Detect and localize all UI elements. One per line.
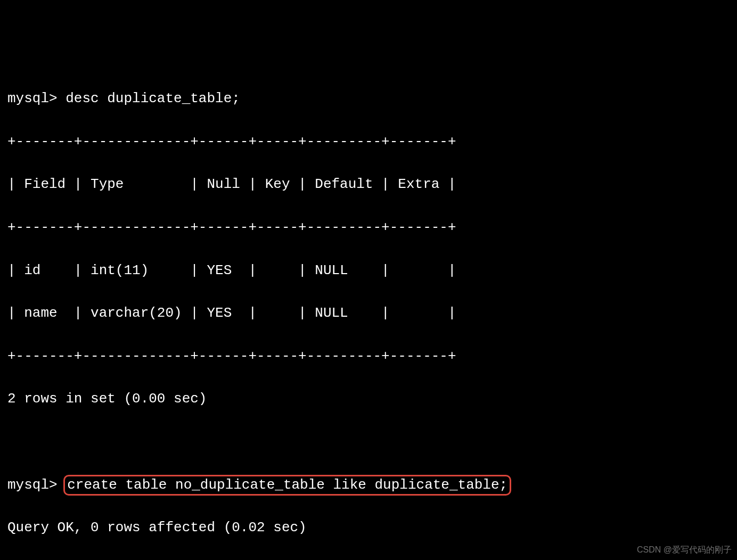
create-result: Query OK, 0 rows affected (0.02 sec) [7,517,730,538]
blank-1 [7,431,730,452]
watermark-text: CSDN @爱写代码的刚子 [637,543,732,557]
cmd-desc-dup: desc duplicate_table; [65,90,240,106]
table1-border-top: +-------+-------------+------+-----+----… [7,131,730,152]
mysql-prompt: mysql> [7,90,65,106]
line-create: mysql> create table no_duplicate_table l… [7,474,730,496]
highlighted-create-cmd: create table no_duplicate_table like dup… [63,475,511,496]
line-desc-dup: mysql> desc duplicate_table; [7,88,730,109]
table1-row-name: | name | varchar(20) | YES | | NULL | | [7,302,730,324]
table1-border-mid: +-------+-------------+------+-----+----… [7,217,730,238]
mysql-prompt: mysql> [7,477,65,493]
table1-summary: 2 rows in set (0.00 sec) [7,388,730,409]
table1-header: | Field | Type | Null | Key | Default | … [7,174,730,195]
table1-border-bottom: +-------+-------------+------+-----+----… [7,345,730,367]
table1-row-id: | id | int(11) | YES | | NULL | | [7,260,730,281]
